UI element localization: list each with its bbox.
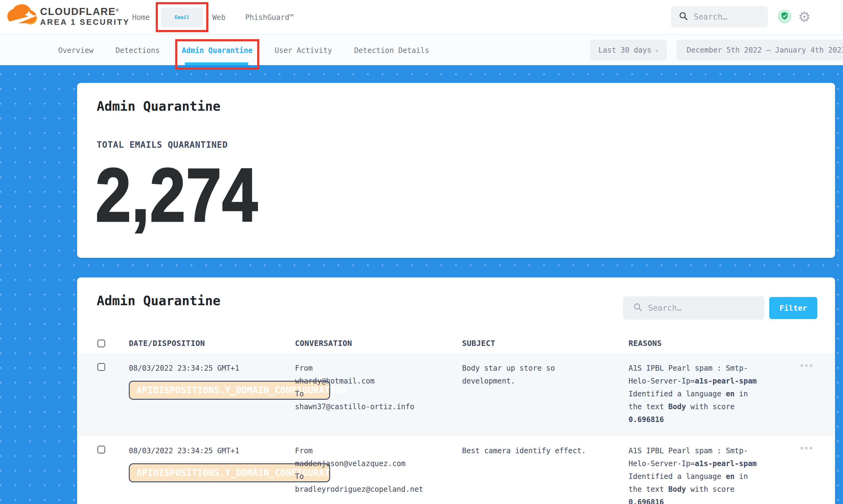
brand-subtitle: AREA 1 SECURITY	[40, 17, 130, 27]
from-label: From	[295, 444, 462, 457]
filter-button[interactable]: Filter	[769, 297, 817, 319]
brand-name: CLOUDFLARE®	[40, 5, 130, 17]
table-row: 08/03/2022 23:34:25 GMT+1 APIDISPOSITION…	[77, 436, 835, 504]
date-range-display[interactable]: December 5th 2022 — January 4th 2023	[676, 40, 843, 60]
row-reasons: A1S IPBL Pearl spam : Smtp-Helo-Server-I…	[629, 444, 761, 504]
row-actions-menu[interactable]	[801, 364, 817, 367]
subnav-tabs: Overview Detections Admin Quarantine Use…	[58, 35, 429, 66]
chevron-down-icon: ▾	[655, 47, 658, 54]
summary-card: Admin Quarantine TOTAL EMAILS QUARANTINE…	[77, 83, 835, 258]
tab-admin-quarantine[interactable]: Admin Quarantine	[182, 35, 252, 66]
ellipsis-icon	[805, 364, 808, 367]
global-search[interactable]	[671, 6, 768, 28]
row-subject: Body star up store so development.	[462, 362, 597, 388]
top-header: CLOUDFLARE® AREA 1 SECURITY Home Email W…	[0, 0, 843, 35]
from-label: From	[295, 362, 462, 375]
from-address[interactable]: maddenjason@velazquez.com	[295, 457, 462, 470]
primary-nav: Home Email Web PhishGuard™	[132, 0, 294, 35]
row-conversation: From whardy@hotmail.com To shawn37@casti…	[295, 353, 462, 436]
settings-gear-icon[interactable]: ⚙	[798, 7, 811, 27]
row-subject: Best camera identify effect.	[462, 444, 597, 457]
col-reasons: REASONS	[629, 339, 800, 348]
ellipsis-icon	[810, 364, 812, 367]
row-reasons: A1S IPBL Pearl spam : Smtp-Helo-Server-I…	[629, 362, 761, 426]
tab-overview[interactable]: Overview	[58, 35, 94, 66]
quarantine-card: Admin Quarantine Filter DATE/DISPOSITION…	[77, 277, 835, 504]
to-label: To	[295, 388, 462, 400]
to-address[interactable]: bradleyrodriguez@copeland.net	[295, 483, 462, 496]
search-icon	[679, 12, 688, 22]
ellipsis-icon	[805, 447, 808, 450]
search-icon	[633, 303, 643, 313]
global-search-input[interactable]	[694, 12, 755, 21]
col-conversation: CONVERSATION	[295, 339, 462, 348]
select-all-checkbox[interactable]	[97, 340, 105, 347]
table-search-input[interactable]	[648, 303, 746, 312]
period-selector[interactable]: Last 30 days▾	[590, 40, 667, 60]
active-tab-underline	[185, 62, 248, 65]
row-date: 08/03/2022 23:34:25 GMT+1	[129, 444, 295, 457]
nav-item-phishguard[interactable]: PhishGuard™	[245, 13, 294, 22]
metric-value: 2,274	[95, 158, 258, 233]
summary-card-title: Admin Quarantine	[97, 99, 221, 114]
shield-check-icon	[780, 12, 789, 21]
quarantine-card-title: Admin Quarantine	[97, 293, 221, 308]
tab-detection-details[interactable]: Detection Details	[354, 35, 429, 66]
row-checkbox[interactable]	[97, 363, 105, 371]
row-conversation: From maddenjason@velazquez.com To bradle…	[295, 436, 462, 504]
period-selector-label: Last 30 days	[598, 46, 651, 54]
email-subnav: Overview Detections Admin Quarantine Use…	[0, 35, 843, 65]
from-address[interactable]: whardy@hotmail.com	[295, 375, 462, 388]
ellipsis-icon	[801, 364, 803, 367]
col-subject: SUBJECT	[462, 339, 629, 348]
tab-admin-quarantine-label: Admin Quarantine	[182, 46, 252, 55]
cloudflare-logo: CLOUDFLARE® AREA 1 SECURITY	[7, 2, 130, 29]
row-checkbox[interactable]	[97, 446, 105, 453]
ellipsis-icon	[810, 447, 812, 450]
nav-item-home[interactable]: Home	[132, 13, 150, 22]
table-row: 08/03/2022 23:34:25 GMT+1 APIDISPOSITION…	[77, 353, 835, 436]
col-date-disposition: DATE/DISPOSITION	[129, 339, 295, 348]
to-label: To	[295, 470, 462, 483]
security-shield-badge[interactable]	[777, 10, 792, 23]
tab-user-activity[interactable]: User Activity	[275, 35, 332, 66]
row-date: 08/03/2022 23:34:25 GMT+1	[129, 362, 295, 375]
table-search[interactable]	[623, 296, 765, 320]
ellipsis-icon	[801, 447, 803, 450]
cloudflare-cloud-icon	[7, 2, 38, 29]
app-window: CLOUDFLARE® AREA 1 SECURITY Home Email W…	[0, 0, 843, 504]
to-address[interactable]: shawn37@castillo-ortiz.info	[295, 400, 462, 413]
nav-item-web[interactable]: Web	[212, 13, 226, 22]
metric-label: TOTAL EMAILS QUARANTINED	[97, 140, 228, 150]
nav-item-email[interactable]: Email	[161, 7, 203, 28]
row-actions-menu[interactable]	[801, 447, 817, 450]
table-header: DATE/DISPOSITION CONVERSATION SUBJECT RE…	[77, 334, 835, 353]
main-content: Admin Quarantine TOTAL EMAILS QUARANTINE…	[0, 65, 843, 504]
tab-detections[interactable]: Detections	[116, 35, 160, 66]
